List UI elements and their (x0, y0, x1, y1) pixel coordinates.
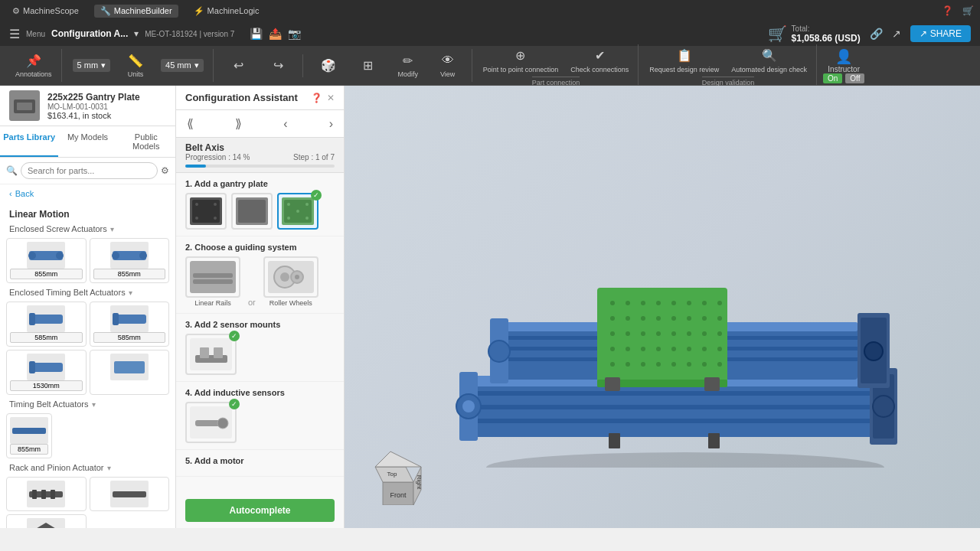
share-icon[interactable]: ↗ (892, 28, 901, 40)
modify-button[interactable]: ✏ Modify (389, 49, 427, 82)
svg-point-3 (28, 252, 36, 259)
svg-point-93 (717, 301, 722, 305)
tab-machinescope[interactable]: ⚙ MachineScope (6, 5, 85, 18)
tab-machinelogic[interactable]: ⚡ MachineLogic (188, 5, 266, 18)
check-connections-button[interactable]: ✔ Check connections (566, 44, 633, 77)
svg-rect-53 (193, 279, 233, 284)
annotations-icon: 📌 (25, 52, 42, 69)
list-item[interactable]: 540 (6, 514, 87, 528)
timing-dropdown-2[interactable]: 585mm (93, 332, 166, 343)
list-item[interactable]: 855mm (6, 413, 52, 458)
nav-first-button[interactable]: ⟪ (182, 115, 198, 132)
gantry-option-3[interactable]: ✓ (277, 193, 318, 230)
sensor-img (190, 406, 232, 439)
list-item[interactable]: 855mm (6, 238, 87, 283)
redo-button[interactable]: ↪ (260, 54, 298, 77)
cart-icon-top[interactable]: 🛒 (962, 5, 974, 16)
svg-point-121 (656, 362, 661, 367)
screw-dropdown-1[interactable]: 855mm (10, 269, 83, 279)
parts-scroll[interactable]: Linear Motion Enclosed Screw Actuators ▾… (0, 203, 175, 528)
list-item[interactable]: 585mm (6, 302, 87, 347)
list-item[interactable] (90, 477, 170, 511)
sensor-option[interactable]: ✓ (185, 402, 237, 443)
toggle-on-label[interactable]: On (823, 73, 842, 83)
sensor-mount-img (190, 338, 232, 370)
units-button[interactable]: 📏 Units (116, 49, 155, 82)
screw-dropdown-2[interactable]: 855mm (93, 269, 166, 279)
timing-belt-dropdown[interactable]: 855mm (10, 444, 48, 455)
svg-point-88 (641, 301, 645, 305)
list-item[interactable]: 1530mm (6, 350, 87, 395)
hamburger-button[interactable]: ☰ (9, 27, 20, 41)
timing-belt-subsection[interactable]: Timing Belt Actuators ▾ (0, 398, 175, 410)
help-panel-icon[interactable]: ❓ (311, 93, 322, 103)
mm2-dropdown[interactable]: 45 mm ▾ (156, 56, 208, 75)
autocomplete-button[interactable]: Autocomplete (185, 499, 335, 522)
svg-point-87 (626, 301, 630, 305)
point-connection-label: Point to point connection (483, 66, 559, 74)
search-input[interactable] (21, 162, 158, 179)
help-icon[interactable]: ❓ (942, 5, 953, 16)
linear-rails-option[interactable]: Linear Rails (185, 256, 240, 307)
panel-nav: ⟪ ⟫ ‹ › (176, 110, 344, 138)
step-2-options: Linear Rails or (185, 256, 335, 307)
dropdown-arrow-icon[interactable]: ▾ (134, 28, 139, 39)
share-button[interactable]: ↗ SHARE (910, 25, 971, 42)
split-view-button[interactable]: ⊞ (349, 54, 387, 77)
svg-text:Front: Front (390, 491, 407, 499)
public-models-tab[interactable]: Public Models (117, 126, 175, 157)
svg-rect-17 (32, 490, 37, 499)
list-item[interactable]: 585mm (90, 302, 170, 347)
product-name: 225x225 Gantry Plate (47, 92, 166, 103)
nav-prev-button[interactable]: ‹ (279, 116, 292, 132)
rack-pinion-caret: ▾ (107, 464, 111, 472)
redo-icon: ↪ (270, 57, 287, 74)
my-models-tab[interactable]: My Models (58, 126, 116, 157)
screw-part-img-2 (110, 242, 149, 269)
back-link[interactable]: ‹ Back (0, 184, 175, 203)
nav-next-button[interactable]: › (325, 116, 338, 132)
annotations-button[interactable]: 📌 Annotations (11, 49, 57, 82)
parts-library-tab[interactable]: Parts Library (0, 126, 58, 157)
svg-point-55 (280, 272, 289, 282)
viewport[interactable]: Front Right Top (345, 86, 980, 528)
mm2-value[interactable]: 45 mm ▾ (161, 59, 204, 72)
tab-machinebuilder[interactable]: 🔧 MachineBuilder (94, 5, 178, 18)
timing-dropdown-3[interactable]: 1530mm (10, 380, 83, 391)
panel-header: Configuration Assistant ❓ ✕ (176, 86, 344, 110)
roller-wheels-option[interactable]: Roller Wheels (263, 256, 318, 307)
gantry-option-2[interactable] (231, 193, 273, 230)
enclosed-timing-subsection[interactable]: Enclosed Timing Belt Actuators ▾ (0, 286, 175, 298)
cart-icon-main[interactable]: 🛒 (768, 24, 787, 43)
3d-view-button[interactable]: 🎲 (309, 54, 348, 77)
toggle-off-label[interactable]: Off (845, 73, 864, 83)
screenshot-icon[interactable]: 📷 (288, 28, 301, 40)
list-item[interactable] (6, 477, 87, 511)
mm-dropdown[interactable]: 5 mm ▾ (68, 56, 116, 75)
point-to-point-button[interactable]: ⊕ Point to point connection (479, 44, 564, 77)
svg-point-50 (305, 217, 309, 220)
step-2: 2. Choose a guiding system Linear Rails … (176, 236, 344, 314)
product-bar: 225x225 Gantry Plate MO-LM-001-0031 $163… (0, 86, 175, 126)
rack-pinion-subsection[interactable]: Rack and Pinion Actuator ▾ (0, 461, 175, 474)
undo-button[interactable]: ↩ (220, 54, 258, 77)
view-button[interactable]: 👁 View (429, 49, 467, 82)
export-icon[interactable]: 📤 (269, 28, 282, 40)
close-panel-icon[interactable]: ✕ (327, 93, 335, 103)
design-check-button[interactable]: 🔍 Automated design check (727, 44, 812, 77)
sensor-mount-option[interactable]: ✓ (185, 334, 237, 375)
timing-dropdown-1[interactable]: 585mm (10, 332, 83, 343)
gantry-option-1[interactable] (185, 193, 227, 230)
list-item[interactable]: 855mm (90, 238, 170, 283)
enclosed-screw-subsection[interactable]: Enclosed Screw Actuators ▾ (0, 223, 175, 235)
design-review-button[interactable]: 📋 Request design review (645, 44, 724, 77)
filter-icon[interactable]: ⚙ (161, 165, 169, 176)
chain-icon[interactable]: 🔗 (870, 28, 883, 40)
svg-rect-130 (708, 433, 720, 448)
save-icon[interactable]: 💾 (250, 28, 263, 40)
tab-machinescope-label: MachineScope (23, 6, 79, 15)
mm-value[interactable]: 5 mm ▾ (73, 59, 111, 72)
list-item[interactable] (90, 350, 170, 395)
nav-last-button[interactable]: ⟫ (230, 115, 247, 132)
step-label: Step : 1 of 7 (293, 153, 335, 161)
